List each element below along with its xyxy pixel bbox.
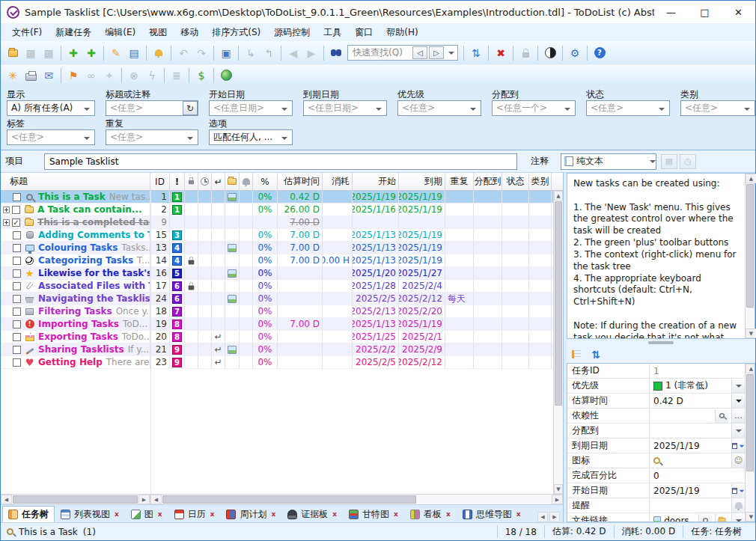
menu-item-6[interactable]: 源码控制	[267, 24, 317, 41]
attribute-row-file-link[interactable]: 文件链接doors.jpg	[567, 513, 745, 522]
tab-任务树[interactable]: 任务树	[2, 506, 55, 522]
menu-item-5[interactable]: 排序方式(S)	[205, 24, 267, 41]
task-checkbox[interactable]	[13, 295, 21, 303]
filter-select-分配到[interactable]: <任意一个>	[492, 100, 576, 116]
comments-text[interactable]: New tasks can be created using: 1. The '…	[567, 174, 745, 338]
quick-search-input[interactable]: 快速查找(Q)	[348, 46, 412, 59]
attribute-row-percent-done[interactable]: 完成百分比0	[567, 468, 745, 483]
task-row[interactable]: !Importing TasksToD...1980%7.00 D2025/1/…	[1, 318, 563, 331]
task-checkbox[interactable]	[13, 320, 21, 328]
comments-scrollbar[interactable]: ▲ ▼	[745, 174, 755, 338]
new-task-button[interactable]: ✚	[64, 44, 82, 61]
task-checkbox[interactable]	[13, 193, 21, 201]
menu-item-1[interactable]: 新建任务	[49, 24, 98, 41]
attribute-combo-button[interactable]	[731, 424, 745, 438]
attribute-search-button[interactable]	[698, 514, 712, 523]
attribute-row-priority[interactable]: 优先级1 (非常低)	[567, 379, 745, 394]
column-header-clock[interactable]	[198, 173, 212, 190]
attribute-value[interactable]	[650, 424, 745, 438]
column-header-status[interactable]: 状态	[502, 173, 529, 190]
scroll-right-arrow[interactable]: ▶	[138, 495, 150, 504]
tab-列表视图[interactable]: 列表视图x	[55, 506, 125, 522]
donate-button[interactable]: $	[192, 67, 210, 84]
attribute-row-due-date[interactable]: 到期日期2025/1/19	[567, 438, 745, 453]
tab-close-icon[interactable]: x	[115, 510, 119, 518]
column-header-spent[interactable]: 消耗	[323, 173, 353, 190]
scroll-up-arrow[interactable]: ▲	[746, 174, 756, 183]
task-checkbox[interactable]	[13, 231, 21, 239]
email-button[interactable]: ✉	[40, 67, 58, 84]
tab-周计划[interactable]: 周计划x	[220, 506, 281, 522]
task-checkbox[interactable]: ✓	[12, 218, 20, 227]
attribute-row-task-id[interactable]: 任务ID1	[567, 364, 745, 379]
tab-思维导图[interactable]: 思维导图x	[457, 506, 527, 522]
task-row[interactable]: Navigating the Tasklist2460%2025/2/52025…	[1, 293, 563, 305]
search-prev-button[interactable]: ◁	[412, 46, 427, 59]
column-header-repeat[interactable]: 重复	[445, 173, 474, 190]
filter-select-标签[interactable]: <任意>	[7, 129, 95, 145]
maximize-button[interactable]: □	[688, 1, 722, 23]
task-row[interactable]: Categorizing TasksT...1440%7.00 D0.00 H2…	[1, 254, 563, 267]
task-checkbox[interactable]	[13, 244, 21, 252]
filter-select-显示[interactable]: A) 所有任务(A)	[7, 100, 95, 116]
column-header-start[interactable]: 开始	[353, 173, 399, 190]
tab-close-icon[interactable]: x	[271, 510, 275, 518]
tree-horizontal-scrollbar[interactable]: ◀ ▶ ◀ ▶	[1, 494, 563, 504]
column-header-pct[interactable]: %	[253, 173, 278, 190]
search-dropdown-arrow[interactable]	[445, 49, 457, 58]
attribute-value[interactable]: 2025/1/19	[650, 438, 745, 453]
attribute-value[interactable]: 1	[650, 364, 745, 378]
tab-scroll-right[interactable]: ▶	[549, 512, 560, 522]
task-checkbox[interactable]	[13, 269, 21, 278]
attribute-row-icon[interactable]: 图标☺	[567, 453, 745, 468]
menu-item-2[interactable]: 编辑(E)	[98, 24, 142, 41]
column-header-title[interactable]: 标题	[1, 173, 150, 190]
task-row[interactable]: Associated Files with T...1760%2025/1/28…	[1, 280, 563, 293]
project-input[interactable]	[44, 153, 517, 170]
tree-vertical-scrollbar[interactable]: ▲ ▼	[553, 191, 563, 494]
task-checkbox[interactable]	[13, 358, 21, 367]
tab-close-icon[interactable]: x	[210, 510, 215, 518]
task-attributes-button[interactable]: ▤	[125, 44, 143, 61]
task-row[interactable]: Sharing TasklistsIf y...219↵0%2025/2/220…	[1, 343, 563, 356]
toggle-theme-button[interactable]	[541, 44, 559, 61]
task-row[interactable]: Filtering TasksOnce y...1870%2025/2/1320…	[1, 305, 563, 318]
reminder-bell-button[interactable]	[150, 44, 168, 61]
menu-item-8[interactable]: 窗口	[348, 24, 379, 41]
attribute-search-button[interactable]	[715, 409, 728, 423]
table-header[interactable]: 标题ID!↵%估算时间消耗开始到期重复分配到状态类别	[1, 173, 563, 191]
tab-证据板[interactable]: 证据板x	[281, 506, 343, 522]
task-row[interactable]: ♥Getting HelpThere are...239↵0%2025/2/52…	[1, 356, 563, 369]
task-row[interactable]: This is a TaskNew tas...110%0.42 D2025/1…	[1, 191, 563, 204]
attribute-ellipsis-button[interactable]: …	[731, 409, 745, 423]
web-button[interactable]	[217, 67, 235, 84]
column-header-id[interactable]: ID	[150, 173, 170, 190]
find-tasks-button[interactable]	[327, 44, 345, 61]
task-row[interactable]: A Task can contain...210%26.00 D2025/1/1…	[1, 204, 563, 216]
filter-select-状态[interactable]: <任意>	[586, 100, 670, 116]
task-row[interactable]: ★Likewise for the task's ...1650%2025/1/…	[1, 267, 563, 280]
quick-search-box[interactable]: 快速查找(Q)◁▷	[347, 45, 458, 61]
tab-close-icon[interactable]: x	[332, 510, 337, 518]
tab-close-icon[interactable]: x	[516, 510, 521, 518]
attribute-value[interactable]: 0.42 D	[650, 394, 745, 408]
task-checkbox[interactable]	[13, 257, 21, 265]
attribute-value[interactable]: ☺	[650, 453, 745, 468]
task-checkbox[interactable]	[13, 308, 21, 316]
tab-close-icon[interactable]: x	[446, 510, 451, 518]
task-row[interactable]: Exporting TasksToDo...208↵0%2025/1/25202…	[1, 331, 563, 343]
attribute-row-reminder[interactable]: 提醒	[567, 498, 745, 513]
task-checkbox[interactable]	[13, 282, 21, 290]
attribute-spin-button[interactable]	[731, 394, 745, 408]
edit-task-button[interactable]: ✎	[107, 44, 125, 61]
column-header-assign[interactable]: 分配到	[474, 173, 502, 190]
comments-date-button[interactable]: ▦	[661, 154, 677, 169]
filter-select-选项[interactable]: 匹配任何人, ...	[209, 129, 293, 145]
minimize-button[interactable]: —	[654, 1, 688, 23]
attribute-group-button[interactable]	[570, 348, 583, 361]
column-header-file[interactable]	[225, 173, 240, 190]
attribute-value[interactable]: 2025/1/19	[650, 483, 745, 498]
scroll-down-arrow[interactable]: ▼	[746, 328, 756, 338]
attribute-bell-button[interactable]	[731, 499, 745, 513]
menu-item-0[interactable]: 文件(F)	[5, 24, 49, 41]
